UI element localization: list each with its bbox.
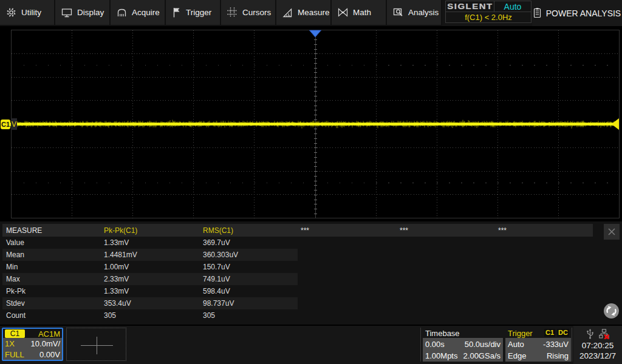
measure-value: 2.33mV: [104, 275, 129, 283]
measure-value: 1.4481mV: [104, 251, 137, 259]
clock-date: 2023/12/7: [573, 351, 622, 360]
acquire-icon: [117, 8, 127, 18]
menu-item-label: Utility: [21, 8, 41, 17]
oscilloscope-screen: UtilityDisplayAcquireTriggerCursorsMeasu…: [0, 0, 622, 364]
measure-value: 1.00mV: [104, 263, 129, 271]
measure-value: 369.7uV: [203, 238, 230, 247]
menu-item-label: Measure: [298, 8, 330, 17]
measure-row-label: Min: [6, 263, 18, 271]
channel1-bandwidth: FULL: [5, 350, 24, 359]
trigger-title: Trigger: [508, 329, 533, 338]
measure-value: 749.1uV: [203, 275, 230, 283]
clipboard-icon: [533, 8, 541, 18]
measure-row-mean: Mean1.4481mV360.303uV: [2, 249, 298, 261]
usb-icon: [587, 329, 593, 339]
channel1-volts-per-div: 10.0mV/: [31, 339, 60, 348]
measure-column-header[interactable]: ***: [400, 226, 408, 235]
flag-icon: [172, 7, 181, 18]
timebase-sample-rate: 2.00GSa/s: [463, 351, 501, 360]
gear-icon: [6, 7, 16, 18]
waveform-display: C1 V: [0, 26, 622, 221]
measure-row-value: Value1.33mV369.7uV: [2, 237, 620, 249]
lan-disconnected-icon: [599, 329, 609, 339]
timebase-scale: 50.0us/div: [465, 339, 501, 348]
trigger-type: Edge: [508, 351, 526, 360]
measure-value: 305: [104, 311, 116, 320]
menu-item-measure[interactable]: Measure: [276, 0, 330, 25]
measure-value: 1.33mV: [104, 238, 129, 247]
measure-table-header: MEASUREPk-Pk(C1)RMS(C1)*********: [2, 224, 593, 237]
trigger-mode: Auto: [508, 339, 524, 348]
menu-item-label: Acquire: [132, 8, 160, 17]
measure-value: 360.303uV: [203, 251, 238, 259]
measure-row-label: Count: [6, 311, 26, 320]
menu-item-math[interactable]: Math: [332, 0, 386, 25]
menu-item-utility[interactable]: Utility: [0, 0, 54, 25]
bottom-status-bar: C1 AC1M 1X 10.0mV/ FULL 0.00V Timebase 0…: [0, 326, 622, 364]
measure-column-header[interactable]: Pk-Pk(C1): [104, 226, 137, 235]
menu-item-label: Math: [353, 8, 371, 17]
menu-item-cursors[interactable]: Cursors: [221, 0, 275, 25]
timebase-title: Timebase: [425, 329, 460, 338]
frequency-counter-readout: f(C1) < 2.0Hz: [445, 12, 531, 23]
measure-row-count: Count305305: [2, 309, 620, 322]
measure-row-label: Mean: [6, 251, 24, 259]
timebase-memory-depth: 1.00Mpts: [425, 351, 457, 360]
menu-item-label: Cursors: [242, 8, 271, 17]
measure-value: 598.4uV: [203, 287, 230, 295]
channel1-offset: 0.00V: [39, 350, 60, 359]
channel1-coupling: AC1M: [38, 329, 60, 339]
trigger-coupling-badge: DC: [557, 329, 569, 337]
measure-row-min: Min1.00mV150.7uV: [2, 261, 620, 273]
graticule-and-trace: [0, 26, 622, 221]
menu-item-acquire[interactable]: Acquire: [111, 0, 165, 25]
analysis-icon: [393, 7, 403, 18]
measure-row-label: Max: [6, 275, 20, 283]
siglent-logo: SIGLENT: [445, 1, 494, 12]
brand-status-box: SIGLENTAutof(C1) < 2.0Hz: [442, 0, 532, 26]
trigger-level: -333uV: [543, 339, 569, 348]
measure-value: 1.33mV: [104, 287, 129, 295]
separator: [572, 328, 572, 362]
reset-statistics-icon[interactable]: [603, 303, 620, 319]
measure-row-label: Pk-Pk: [6, 287, 26, 295]
measure-column-header[interactable]: ***: [498, 226, 507, 235]
measure-row-pk-pk: Pk-Pk1.33mV598.4uV: [2, 285, 620, 297]
measure-row-label: Value: [6, 238, 24, 247]
channel1-offset-marker[interactable]: C1: [1, 120, 10, 129]
trigger-source-badge: C1: [544, 329, 555, 337]
measure-column-header[interactable]: RMS(C1): [203, 226, 233, 235]
menu-item-display[interactable]: Display: [55, 0, 109, 25]
menu-item-label: Trigger: [186, 8, 211, 17]
acquisition-status[interactable]: Auto: [494, 1, 531, 12]
monitor-icon: [61, 8, 72, 18]
trigger-slope: Rising: [547, 351, 569, 360]
menu-item-analysis[interactable]: Analysis: [387, 0, 441, 25]
measure-row-label: Stdev: [6, 299, 25, 308]
measure-panel: MEASUREPk-Pk(C1)RMS(C1)********* Value1.…: [0, 221, 622, 325]
power-analysis-label: POWER ANALYSIS: [546, 8, 621, 18]
measure-value: 353.4uV: [104, 299, 131, 308]
top-menu-bar: UtilityDisplayAcquireTriggerCursorsMeasu…: [0, 0, 622, 26]
menu-item-label: Analysis: [408, 8, 439, 17]
measure-table-title: MEASURE: [6, 226, 42, 235]
power-analysis-menu[interactable]: POWER ANALYSIS: [532, 0, 622, 26]
empty-channel-slot[interactable]: [66, 328, 126, 361]
channel1-unit-label: V: [11, 118, 17, 130]
menu-item-label: Display: [77, 8, 104, 17]
add-trace-crosshair-icon: [97, 337, 97, 354]
cursors-icon: [227, 7, 238, 18]
timebase-panel[interactable]: Timebase 0.00s 50.0us/div 1.00Mpts 2.00G…: [423, 328, 503, 362]
clock-section: 07:20:25 2023/12/7: [573, 326, 622, 364]
measure-value: 150.7uV: [203, 263, 230, 271]
measure-column-header[interactable]: ***: [301, 226, 309, 235]
measure-row-stdev: Stdev353.4uV98.737uV: [2, 297, 298, 309]
trigger-panel[interactable]: Trigger C1 DC Auto -333uV Edge Rising: [505, 328, 571, 362]
clock-time: 07:20:25: [573, 341, 622, 350]
channel1-name-badge: C1: [5, 329, 25, 338]
math-icon: [338, 8, 348, 17]
channel1-descriptor-box[interactable]: C1 AC1M 1X 10.0mV/ FULL 0.00V: [2, 328, 63, 361]
close-icon[interactable]: [604, 224, 620, 240]
timebase-delay: 0.00s: [425, 339, 445, 348]
menu-item-trigger[interactable]: Trigger: [166, 0, 220, 25]
